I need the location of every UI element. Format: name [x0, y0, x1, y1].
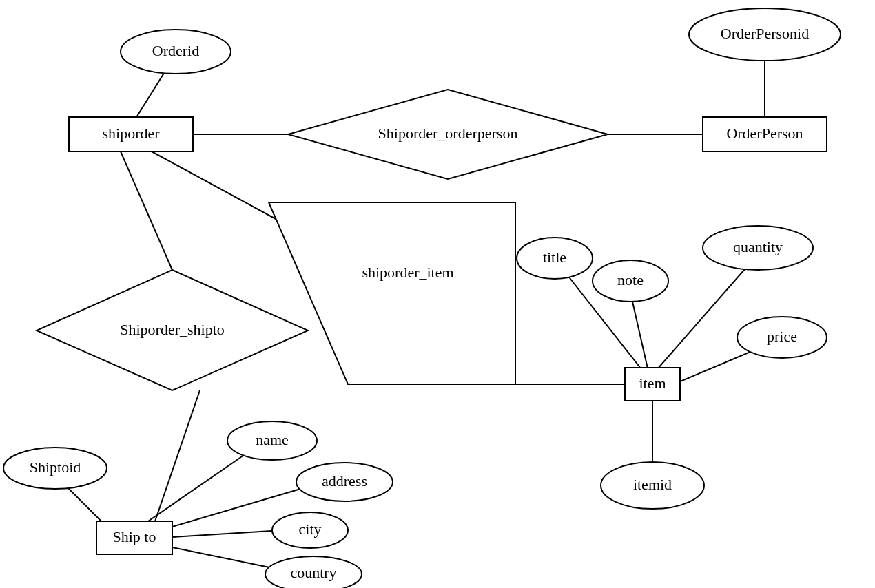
- attribute-address-label: address: [322, 472, 367, 490]
- attribute-title: title: [517, 238, 593, 279]
- attribute-shiptoid: Shiptoid: [3, 448, 107, 489]
- relationship-shiporder-shipto-label: Shiporder_shipto: [120, 321, 225, 338]
- attribute-note: note: [593, 260, 668, 302]
- edge-item-note: [630, 293, 648, 368]
- attribute-shiptoid-label: Shiptoid: [30, 459, 81, 476]
- attribute-city: city: [272, 512, 348, 548]
- attribute-itemid: itemid: [601, 462, 704, 509]
- entity-shipto: Ship to: [96, 521, 172, 554]
- entity-orderperson-label: OrderPerson: [726, 125, 803, 142]
- attribute-country: country: [265, 556, 362, 588]
- attribute-country-label: country: [290, 564, 336, 581]
- attribute-orderid-label: Orderid: [152, 42, 199, 59]
- relationship-shiporder-orderperson: Shiporder_orderperson: [288, 90, 608, 179]
- relationship-shiporder-item-label: shiporder_item: [362, 264, 453, 281]
- attribute-price-label: price: [767, 328, 797, 345]
- attribute-name-label: name: [256, 431, 289, 448]
- relationship-shiporder-item: shiporder_item: [269, 202, 515, 384]
- attribute-orderid: Orderid: [121, 30, 231, 74]
- attribute-price: price: [737, 317, 827, 358]
- attribute-orderpersonid-label: OrderPersonid: [721, 25, 809, 42]
- entity-orderperson: OrderPerson: [703, 117, 827, 151]
- svg-marker-5: [269, 202, 515, 384]
- edge-shipto-city: [172, 530, 282, 537]
- entity-shiporder: shiporder: [69, 117, 193, 151]
- entity-shiporder-label: shiporder: [102, 125, 160, 142]
- attribute-itemid-label: itemid: [633, 476, 672, 493]
- edge-item-quantity: [658, 258, 754, 368]
- attribute-name: name: [227, 421, 317, 460]
- attribute-title-label: title: [543, 249, 566, 266]
- relationship-shiporder-orderperson-label: Shiporder_orderperson: [378, 125, 518, 142]
- entity-item-label: item: [639, 375, 666, 392]
- attribute-quantity: quantity: [703, 226, 813, 270]
- relationship-shiporder-shipto: Shiporder_shipto: [37, 270, 308, 390]
- attribute-orderpersonid: OrderPersonid: [689, 8, 841, 61]
- attribute-quantity-label: quantity: [733, 238, 783, 255]
- attribute-city-label: city: [299, 521, 322, 538]
- attribute-note-label: note: [617, 271, 644, 288]
- er-diagram: shiporder OrderPerson item Ship to Shipo…: [0, 0, 875, 588]
- entity-shipto-label: Ship to: [113, 528, 156, 545]
- entity-item: item: [625, 368, 680, 401]
- edge-shipto-name: [148, 448, 255, 521]
- edge-shiporder-rel-shipto: [121, 151, 172, 270]
- attribute-address: address: [296, 463, 393, 501]
